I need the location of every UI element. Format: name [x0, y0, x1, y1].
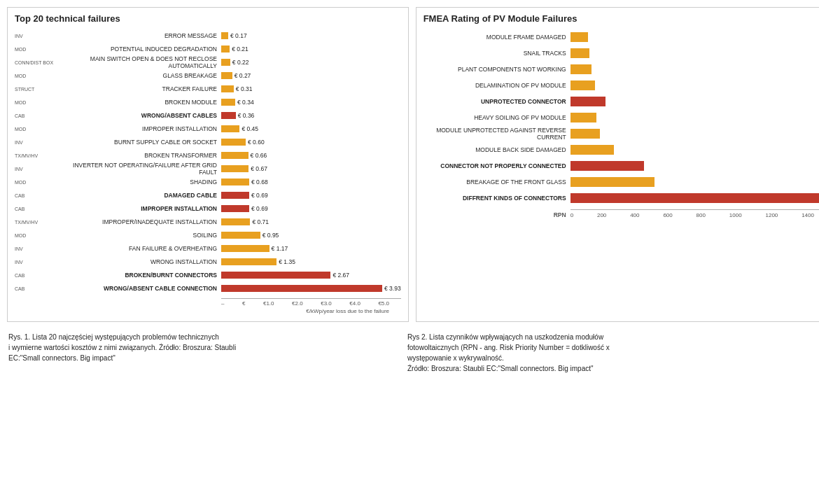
- right-chart-row: HEAVY SOILING OF PV MODULE: [424, 110, 819, 125]
- left-row-category: MOD: [15, 233, 60, 238]
- right-axis-ticks: 02004006008001000120014001600: [570, 212, 819, 218]
- left-chart-row: CABWRONG/ABSENT CABLE CONNECTION€ 3.93: [15, 282, 401, 295]
- left-row-category: MOD: [15, 74, 60, 78]
- left-bar: [221, 165, 248, 172]
- right-chart-row: PLANT COMPONENTS NOT WORKING: [424, 62, 819, 77]
- left-bar-area: € 0.67: [221, 165, 401, 172]
- right-row-label: MODULE BACK SIDE DAMAGED: [424, 146, 570, 153]
- left-bar: [221, 272, 330, 279]
- left-chart-row: CABIMPROPER INSTALLATION€ 0.69: [15, 202, 401, 215]
- right-bar-area: [570, 113, 819, 122]
- right-bar: [570, 113, 597, 122]
- left-bar-area: € 0.22: [221, 59, 401, 66]
- left-row-category: INV: [15, 140, 60, 145]
- left-axis-labels: –€€1.0€2.0€3.0€4.0€5.0: [221, 300, 389, 307]
- right-row-label: UNPROTECTED CONNECTOR: [424, 98, 570, 105]
- left-row-category: INV: [15, 246, 60, 251]
- left-row-category: CONN/DIST BOX: [15, 60, 60, 65]
- left-bar: [221, 192, 249, 199]
- right-axis-tick: 1000: [729, 212, 742, 218]
- right-bar: [570, 193, 819, 203]
- right-bar: [570, 32, 588, 42]
- right-axis-tick: 600: [663, 212, 672, 218]
- left-axis-tick: €3.0: [321, 300, 332, 307]
- left-axis-tick: €2.0: [292, 300, 303, 307]
- left-bar: [221, 205, 249, 212]
- right-row-label: MODULE UNPROTECTED AGAINST REVERSE CURRE…: [424, 127, 570, 141]
- right-chart-row: SNAIL TRACKS: [424, 46, 819, 61]
- right-chart-area: MODULE FRAME DAMAGEDSNAIL TRACKSPLANT CO…: [424, 29, 819, 218]
- right-bar-area: [570, 129, 819, 139]
- left-chart-row: INVWRONG INSTALLATION€ 1.35: [15, 255, 401, 268]
- left-row-value: € 0.67: [251, 165, 267, 172]
- left-bar: [221, 258, 276, 265]
- left-row-category: CAB: [15, 113, 60, 118]
- left-chart-row: INVINVERTER NOT OPERATING/FAILURE AFTER …: [15, 162, 401, 175]
- right-bar-area: [570, 161, 819, 171]
- right-bar: [570, 48, 590, 58]
- left-row-category: MOD: [15, 180, 60, 185]
- left-chart-area: INVERROR MESSAGE€ 0.17MODPOTENTIAL INDUC…: [15, 29, 401, 314]
- left-row-label: WRONG/ABSENT CABLE CONNECTION: [60, 285, 221, 292]
- left-chart-row: CABWRONG/ABSENT CABLES€ 0.36: [15, 109, 401, 122]
- left-row-category: MOD: [15, 100, 60, 105]
- left-row-label: MAIN SWITCH OPEN & DOES NOT RECLOSE AUTO…: [60, 55, 221, 69]
- right-axis-tick: 400: [630, 212, 639, 218]
- left-chart-row: MODSHADING€ 0.68: [15, 176, 401, 188]
- right-row-label: HEAVY SOILING OF PV MODULE: [424, 114, 570, 121]
- left-chart-row: STRUCTTRACKER FAILURE€ 0.31: [15, 83, 401, 95]
- left-axis-wrapper: –€€1.0€2.0€3.0€4.0€5.0€/kWp/year loss du…: [15, 298, 401, 314]
- left-row-value: € 0.36: [238, 112, 255, 119]
- left-row-value: € 0.69: [251, 205, 268, 212]
- right-chart-title: FMEA Rating of PV Module Failures: [424, 13, 819, 24]
- left-chart-row: CABBROKEN/BURNT CONNECTORS€ 2.67: [15, 269, 401, 281]
- right-chart-row: BREAKAGE OF THE FRONT GLASS: [424, 174, 819, 190]
- left-row-label: SOILING: [60, 232, 221, 239]
- right-axis-wrapper: RPN02004006008001000120014001600: [424, 209, 819, 218]
- left-row-label: IMPROPER INSTALLATION: [60, 125, 221, 132]
- right-chart-box: FMEA Rating of PV Module Failures MODULE…: [416, 7, 819, 322]
- left-row-value: € 0.17: [230, 32, 247, 39]
- right-bar: [570, 97, 606, 106]
- left-bar: [221, 178, 249, 186]
- left-bar: [221, 125, 239, 132]
- right-bar-area: [570, 80, 819, 90]
- left-row-value: € 0.95: [262, 232, 279, 239]
- right-bar-area: [570, 32, 819, 42]
- left-axis-tick: –: [221, 300, 224, 307]
- left-row-value: € 0.27: [234, 72, 251, 79]
- left-chart-row: TX/MV/HVIMPROPER/INADEQUATE INSTALLATION…: [15, 216, 401, 228]
- left-row-category: TX/MV/HV: [15, 220, 60, 225]
- left-row-label: BROKEN TRANSFORMER: [60, 152, 221, 159]
- left-row-category: STRUCT: [15, 87, 60, 92]
- left-row-label: BROKEN/BURNT CONNECTORS: [60, 272, 221, 279]
- left-chart-row: CONN/DIST BOXMAIN SWITCH OPEN & DOES NOT…: [15, 56, 401, 69]
- right-row-label: DIFFRENT KINDS OF CONNECTORS: [424, 195, 570, 202]
- left-axis-tick: €1.0: [263, 300, 274, 307]
- left-bar-area: € 0.95: [221, 232, 401, 239]
- left-row-category: CAB: [15, 193, 60, 198]
- left-row-label: TRACKER FAILURE: [60, 85, 221, 92]
- left-row-value: € 1.35: [279, 258, 295, 265]
- left-bar: [221, 72, 232, 79]
- left-row-label: GLASS BREAKAGE: [60, 72, 221, 79]
- left-chart-row: CABDAMAGED CABLE€ 0.69: [15, 189, 401, 202]
- left-bar-area: € 0.34: [221, 99, 401, 106]
- left-row-label: BURNT SUPPLY CABLE OR SOCKET: [60, 139, 221, 146]
- left-row-label: WRONG INSTALLATION: [60, 258, 221, 265]
- left-row-label: IMPROPER/INADEQUATE INSTALLATION: [60, 218, 221, 225]
- right-bar: [570, 177, 654, 187]
- left-row-value: € 1.17: [272, 245, 288, 252]
- main-container: Top 20 technical failures INVERROR MESSA…: [0, 0, 819, 384]
- right-chart-row: UNPROTECTED CONNECTOR: [424, 94, 819, 109]
- left-row-value: € 0.45: [241, 125, 258, 132]
- left-axis-tick: €5.0: [378, 300, 389, 307]
- left-bar-area: € 0.45: [221, 125, 401, 132]
- left-chart-row: INVBURNT SUPPLY CABLE OR SOCKET€ 0.60: [15, 136, 401, 148]
- right-bar-area: [570, 97, 819, 106]
- right-bar: [570, 64, 592, 74]
- left-bar: [221, 46, 230, 52]
- left-bar-area: € 0.17: [221, 32, 401, 39]
- right-bar: [570, 161, 644, 171]
- left-chart-row: MODBROKEN MODULE€ 0.34: [15, 96, 401, 108]
